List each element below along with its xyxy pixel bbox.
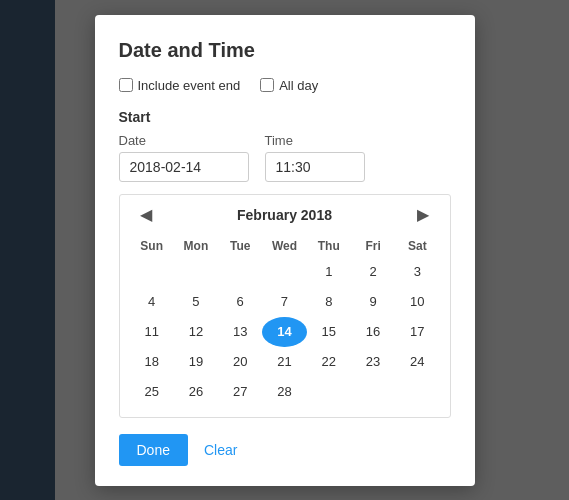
calendar: ◀ February 2018 ▶ SunMonTueWedThuFriSat … <box>119 194 451 418</box>
calendar-body: 1234567891011121314151617181920212223242… <box>130 257 440 407</box>
calendar-week-row: 11121314151617 <box>130 317 440 347</box>
calendar-day[interactable]: 28 <box>262 377 306 407</box>
calendar-day[interactable]: 9 <box>351 287 395 317</box>
calendar-day[interactable]: 25 <box>130 377 174 407</box>
date-time-modal: Date and Time Include event end All day … <box>95 15 475 486</box>
time-input[interactable] <box>265 152 365 182</box>
time-label: Time <box>265 133 365 148</box>
options-row: Include event end All day <box>119 78 451 93</box>
calendar-day[interactable]: 21 <box>262 347 306 377</box>
date-time-fields: Date Time <box>119 133 451 182</box>
calendar-day[interactable]: 14 <box>262 317 306 347</box>
calendar-day-header: Mon <box>174 235 218 257</box>
include-event-end-checkbox[interactable] <box>119 78 133 92</box>
calendar-day[interactable]: 26 <box>174 377 218 407</box>
calendar-day[interactable]: 11 <box>130 317 174 347</box>
calendar-day[interactable]: 7 <box>262 287 306 317</box>
prev-month-button[interactable]: ◀ <box>134 205 158 225</box>
calendar-day <box>174 257 218 287</box>
calendar-day-header: Fri <box>351 235 395 257</box>
calendar-day-header: Tue <box>218 235 262 257</box>
calendar-day[interactable]: 22 <box>307 347 351 377</box>
calendar-day[interactable]: 16 <box>351 317 395 347</box>
calendar-day[interactable]: 10 <box>395 287 439 317</box>
next-month-button[interactable]: ▶ <box>411 205 435 225</box>
calendar-day[interactable]: 19 <box>174 347 218 377</box>
calendar-week-row: 25262728 <box>130 377 440 407</box>
calendar-day <box>351 377 395 407</box>
calendar-day[interactable]: 3 <box>395 257 439 287</box>
calendar-day[interactable]: 27 <box>218 377 262 407</box>
calendar-day-header: Wed <box>262 235 306 257</box>
modal-title: Date and Time <box>119 39 451 62</box>
calendar-day[interactable]: 15 <box>307 317 351 347</box>
action-row: Done Clear <box>119 434 451 466</box>
calendar-day[interactable]: 24 <box>395 347 439 377</box>
time-field-group: Time <box>265 133 365 182</box>
calendar-header: ◀ February 2018 ▶ <box>130 205 440 225</box>
calendar-day[interactable]: 17 <box>395 317 439 347</box>
calendar-day[interactable]: 18 <box>130 347 174 377</box>
calendar-day-header: Sat <box>395 235 439 257</box>
clear-button[interactable]: Clear <box>204 442 237 458</box>
calendar-day[interactable]: 12 <box>174 317 218 347</box>
calendar-day[interactable]: 4 <box>130 287 174 317</box>
calendar-day[interactable]: 5 <box>174 287 218 317</box>
calendar-day-header: Sun <box>130 235 174 257</box>
done-button[interactable]: Done <box>119 434 188 466</box>
calendar-day <box>395 377 439 407</box>
date-input[interactable] <box>119 152 249 182</box>
start-label: Start <box>119 109 451 125</box>
calendar-week-row: 18192021222324 <box>130 347 440 377</box>
calendar-day[interactable]: 1 <box>307 257 351 287</box>
calendar-grid: SunMonTueWedThuFriSat 123456789101112131… <box>130 235 440 407</box>
calendar-day[interactable]: 20 <box>218 347 262 377</box>
all-day-checkbox[interactable] <box>260 78 274 92</box>
modal-overlay: Date and Time Include event end All day … <box>0 0 569 500</box>
calendar-day[interactable]: 6 <box>218 287 262 317</box>
calendar-day <box>130 257 174 287</box>
calendar-day[interactable]: 8 <box>307 287 351 317</box>
calendar-day <box>307 377 351 407</box>
calendar-day[interactable]: 2 <box>351 257 395 287</box>
calendar-header-row: SunMonTueWedThuFriSat <box>130 235 440 257</box>
calendar-month-year: February 2018 <box>237 207 332 223</box>
calendar-week-row: 123 <box>130 257 440 287</box>
calendar-day-header: Thu <box>307 235 351 257</box>
calendar-day[interactable]: 23 <box>351 347 395 377</box>
all-day-label[interactable]: All day <box>260 78 318 93</box>
include-event-end-label[interactable]: Include event end <box>119 78 241 93</box>
date-label: Date <box>119 133 249 148</box>
calendar-week-row: 45678910 <box>130 287 440 317</box>
calendar-day[interactable]: 13 <box>218 317 262 347</box>
date-field-group: Date <box>119 133 249 182</box>
calendar-day <box>218 257 262 287</box>
calendar-day <box>262 257 306 287</box>
